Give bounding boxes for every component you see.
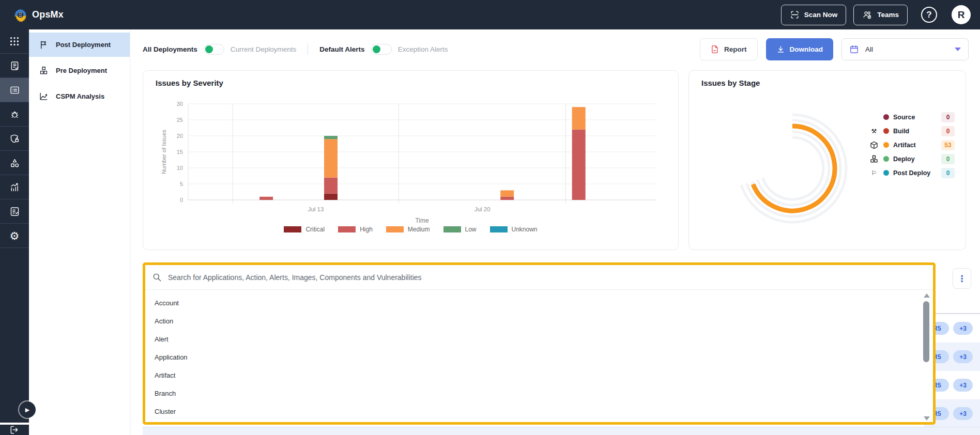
time-range-value: All	[865, 45, 873, 53]
stage-color-dot	[883, 114, 889, 120]
svg-text:Jul 20: Jul 20	[474, 206, 491, 212]
avatar-initial: R	[958, 9, 965, 21]
user-avatar[interactable]: R	[952, 5, 971, 24]
download-icon	[776, 45, 785, 54]
sidebar-item-cspm-analysis[interactable]: CSPM Analysis	[29, 84, 130, 108]
app-root: OpsMx Scan Now Teams	[0, 0, 980, 435]
more-count-badge[interactable]: +3	[953, 407, 973, 420]
search-panel: AccountActionAlertApplicationArtifactBra…	[143, 262, 936, 425]
exception-alerts-label: Exception Alerts	[398, 45, 448, 53]
topbar: OpsMx Scan Now Teams	[0, 0, 980, 29]
search-category-alert[interactable]: Alert	[145, 330, 933, 348]
stage-legend-item-artifact[interactable]: Artifact53	[869, 138, 955, 152]
sidebar-item-pre-deployment[interactable]: Pre Deployment	[29, 58, 130, 83]
rail-bug-icon[interactable]	[0, 102, 29, 127]
stage-legend-item-post-deploy[interactable]: ⚐Post Deploy0	[869, 166, 955, 180]
stage-legend-item-deploy[interactable]: Deploy0	[869, 152, 955, 166]
svg-text:0: 0	[180, 197, 183, 203]
rail-shapes-icon[interactable]	[0, 151, 29, 175]
rail-apps-grid-icon[interactable]	[0, 29, 29, 54]
search-icon	[152, 272, 162, 283]
rail-task-list-icon[interactable]	[0, 199, 29, 224]
bar-segment-medium	[500, 190, 514, 196]
table-options-button[interactable]: ⋮	[953, 268, 971, 289]
severity-card-title: Issues by Severity	[156, 79, 223, 87]
teams-button[interactable]: Teams	[853, 5, 908, 25]
rail-analytics-icon[interactable]	[0, 175, 29, 199]
opsmx-logo-icon	[13, 8, 27, 22]
deployments-toggle[interactable]	[204, 44, 224, 55]
legend-label: High	[360, 226, 373, 233]
search-category-artifact[interactable]: Artifact	[145, 366, 933, 384]
brand[interactable]: OpsMx	[13, 8, 64, 22]
stage-legend-item-source[interactable]: Source0	[869, 110, 955, 124]
legend-item-high[interactable]: High	[338, 226, 373, 233]
scroll-up-icon[interactable]	[924, 293, 930, 298]
rail-report-list-icon[interactable]	[0, 78, 29, 102]
pdf-icon	[711, 45, 719, 54]
bar-segment-critical	[324, 194, 338, 200]
brand-name: OpsMx	[32, 9, 64, 20]
rail-gear-icon[interactable]: ⚙	[0, 224, 29, 248]
more-count-badge[interactable]: +3	[953, 350, 973, 363]
flag-icon	[38, 40, 49, 50]
legend-item-critical[interactable]: Critical	[284, 226, 325, 233]
flag-icon: ⚐	[869, 169, 879, 177]
sidebar-expand-button[interactable]: ▶	[19, 401, 36, 418]
package-icon	[869, 141, 879, 149]
svg-text:Jul 13: Jul 13	[308, 206, 324, 212]
all-deployments-label: All Deployments	[143, 45, 197, 53]
svg-text:15: 15	[177, 149, 183, 155]
logout-button[interactable]	[0, 425, 29, 435]
search-category-action[interactable]: Action	[145, 312, 933, 330]
scrollbar-thumb[interactable]	[923, 301, 929, 362]
next-row-strip	[143, 427, 980, 435]
help-button[interactable]: ?	[921, 7, 937, 23]
legend-swatch	[284, 226, 301, 232]
search-category-list: AccountActionAlertApplicationArtifactBra…	[145, 290, 933, 421]
issues-by-stage-card: Issues by Stage Source0⚒Build0Artifact53…	[688, 70, 966, 250]
search-category-account[interactable]: Account	[145, 294, 933, 312]
legend-label: Low	[465, 226, 477, 233]
default-alerts-label: Default Alerts	[319, 45, 364, 53]
time-range-select[interactable]: All	[841, 38, 969, 60]
download-button[interactable]: Download	[766, 38, 834, 60]
search-category-cluster[interactable]: Cluster	[145, 402, 933, 421]
sidebar-item-label: CSPM Analysis	[56, 92, 104, 100]
legend-swatch	[338, 226, 356, 232]
bar-segment-high	[324, 178, 338, 194]
legend-item-low[interactable]: Low	[443, 226, 477, 233]
legend-label: Medium	[408, 226, 430, 233]
sidebar-item-post-deployment[interactable]: Post Deployment	[29, 33, 130, 57]
alerts-toggle[interactable]	[371, 44, 392, 55]
help-icon: ?	[926, 10, 931, 20]
rail-survey-icon[interactable]	[0, 54, 29, 78]
rail-shield-lock-icon[interactable]	[0, 127, 29, 151]
issues-by-severity-card: Issues by Severity 051015202530Jul 13Jul…	[143, 70, 679, 250]
bar-segment-low	[324, 136, 338, 139]
legend-item-unknown[interactable]: Unknown	[490, 226, 538, 233]
bar-segment-high	[500, 197, 514, 200]
svg-text:Number of Issues: Number of Issues	[161, 129, 167, 174]
search-category-branch[interactable]: Branch	[145, 384, 933, 402]
sub-sidebar: Post DeploymentPre DeploymentCSPM Analys…	[29, 29, 130, 435]
svg-text:10: 10	[177, 165, 183, 171]
stage-color-dot	[883, 170, 889, 176]
bar-segment-medium	[324, 139, 338, 177]
search-category-application[interactable]: Application	[145, 348, 933, 366]
scan-now-button[interactable]: Scan Now	[781, 5, 847, 25]
sidebar-item-label: Pre Deployment	[56, 67, 107, 74]
more-count-badge[interactable]: +3	[953, 379, 973, 392]
search-input[interactable]	[168, 270, 933, 285]
stage-count-badge: 53	[941, 140, 955, 150]
teams-icon	[862, 10, 872, 20]
legend-label: Unknown	[512, 226, 538, 233]
scroll-down-icon[interactable]	[924, 416, 930, 421]
svg-text:Time: Time	[415, 217, 429, 224]
more-count-badge[interactable]: +3	[953, 322, 973, 335]
report-button[interactable]: Report	[700, 38, 758, 60]
legend-item-medium[interactable]: Medium	[386, 226, 430, 233]
alerts-toggle-knob	[373, 45, 380, 53]
stage-label: Artifact	[893, 142, 937, 149]
stage-legend-item-build[interactable]: ⚒Build0	[869, 124, 955, 138]
